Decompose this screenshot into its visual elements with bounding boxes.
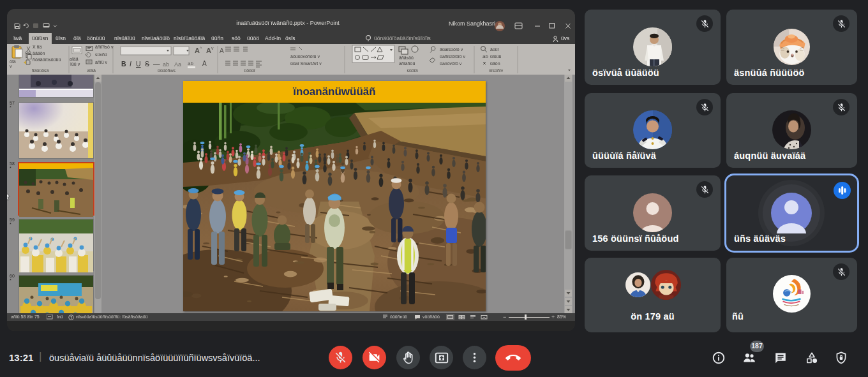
svg-text:añïáñöü: añïáñöü (399, 61, 415, 66)
svg-text:A: A (202, 60, 207, 67)
svg-text:S: S (145, 60, 149, 68)
svg-text:^: ^ (200, 46, 202, 50)
svg-text:ab: ab (188, 61, 193, 66)
svg-text:aïää: aïää (70, 57, 79, 61)
svg-text:üüaï SmartArt v: üüaï SmartArt v (290, 61, 322, 66)
svg-text:ab: ab (163, 61, 169, 68)
svg-text:üïüüü: üïüüü (490, 54, 502, 59)
svg-text:ab: ab (483, 54, 488, 59)
svg-text:A: A (195, 47, 200, 54)
svg-text:Aa: Aa (174, 61, 181, 68)
svg-text:äüaïsüöïö v: äüaïsüöïö v (440, 47, 463, 52)
svg-text:äüüï: äüüï (490, 47, 499, 52)
svg-text:äñäsöü: äñäsöü (399, 55, 414, 60)
svg-text:U: U (136, 60, 141, 68)
svg-text:—: — (153, 60, 160, 68)
svg-text:v: v (211, 46, 214, 50)
svg-text:ïüü v: ïüü v (70, 62, 80, 66)
svg-text:A: A (220, 47, 224, 54)
svg-text:äöüüövöñöïü v: äöüüövöñöïü v (290, 54, 320, 59)
svg-text:A: A (206, 47, 211, 54)
svg-text:üanövöïö v: üanövöïö v (440, 61, 462, 66)
svg-text:B: B (121, 60, 126, 68)
svg-text:üañïsïöïöïö v: üañïsïöïöïö v (440, 54, 466, 59)
svg-text:I: I (130, 60, 131, 68)
svg-text:üäön: üäön (490, 61, 500, 66)
